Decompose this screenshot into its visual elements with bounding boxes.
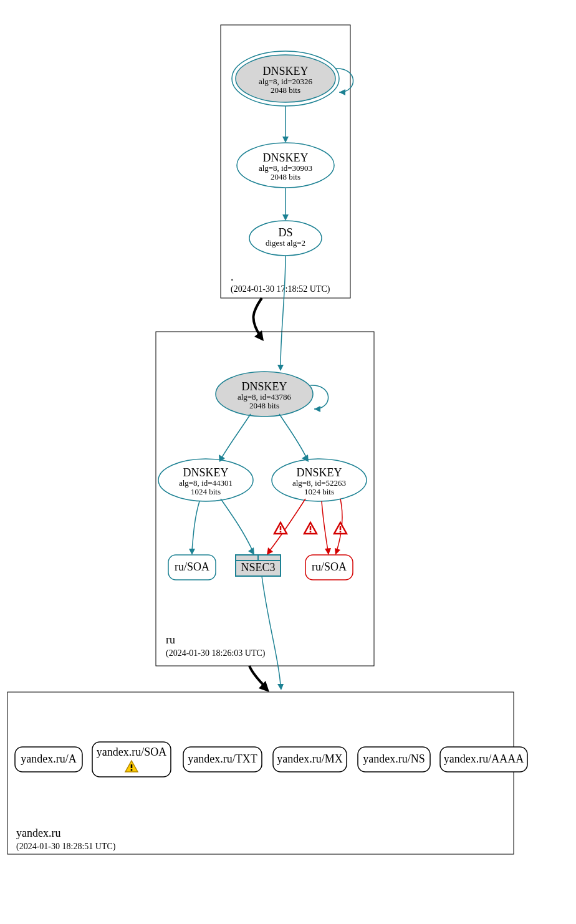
svg-text:2048 bits: 2048 bits — [271, 85, 300, 95]
edge-ru-ksk-self — [310, 385, 329, 409]
node-yandex-txt: yandex.ru/TXT — [183, 747, 262, 772]
svg-text:NSEC3: NSEC3 — [241, 561, 275, 574]
svg-text:yandex.ru/A: yandex.ru/A — [21, 753, 76, 765]
edge-ds-ru-ksk — [281, 256, 286, 367]
node-ru-ksk: DNSKEY alg=8, id=43786 2048 bits — [216, 372, 313, 416]
zone-yandex — [7, 692, 514, 854]
node-root-ds: DS digest alg=2 — [249, 221, 322, 256]
svg-marker-18 — [282, 214, 289, 221]
svg-marker-14 — [282, 137, 289, 143]
warning-icon — [274, 522, 287, 534]
svg-marker-19 — [277, 365, 284, 371]
svg-text:yandex.ru/NS: yandex.ru/NS — [363, 753, 425, 765]
edge-nsec3-yandex — [262, 576, 281, 686]
svg-marker-38 — [189, 549, 195, 555]
edge-zsk1-soa — [192, 501, 199, 551]
svg-text:1024 bits: 1024 bits — [191, 487, 221, 496]
zone-ru-ts: (2024-01-30 18:26:03 UTC) — [166, 648, 266, 658]
zone-yandex-ts: (2024-01-30 18:28:51 UTC) — [16, 842, 116, 852]
svg-text:DNSKEY: DNSKEY — [183, 466, 228, 479]
node-yandex-soa: yandex.ru/SOA — [92, 742, 171, 777]
svg-text:DNSKEY: DNSKEY — [296, 466, 342, 479]
edge-zsk2-soa-bad1 — [322, 501, 328, 551]
edge-root-to-ru-zone — [253, 298, 262, 337]
svg-text:DNSKEY: DNSKEY — [241, 380, 287, 393]
node-yandex-ns: yandex.ru/NS — [358, 747, 430, 772]
node-ru-soa-bad: ru/SOA — [305, 555, 353, 580]
node-yandex-a: yandex.ru/A — [15, 747, 82, 772]
node-root-zsk: DNSKEY alg=8, id=30903 2048 bits — [237, 143, 334, 188]
edge-zsk2-nsec3 — [269, 499, 305, 551]
svg-marker-44 — [267, 547, 273, 555]
zone-ru-label: ru — [166, 633, 175, 646]
svg-text:DS: DS — [278, 226, 292, 239]
warning-icon — [304, 522, 317, 534]
svg-text:yandex.ru/AAAA: yandex.ru/AAAA — [444, 753, 524, 765]
svg-marker-47 — [325, 548, 331, 555]
svg-text:ru/SOA: ru/SOA — [312, 561, 347, 573]
svg-marker-48 — [335, 548, 340, 555]
svg-text:2048 bits: 2048 bits — [249, 401, 279, 410]
node-ru-soa-ok: ru/SOA — [168, 555, 216, 580]
svg-text:yandex.ru/SOA: yandex.ru/SOA — [97, 746, 166, 758]
node-yandex-mx: yandex.ru/MX — [273, 747, 347, 772]
svg-text:yandex.ru/MX: yandex.ru/MX — [277, 753, 342, 765]
edge-zsk1-nsec3 — [221, 499, 252, 551]
svg-marker-49 — [277, 684, 284, 690]
node-yandex-aaaa: yandex.ru/AAAA — [440, 747, 527, 772]
svg-text:DNSKEY: DNSKEY — [262, 152, 308, 164]
svg-text:yandex.ru/TXT: yandex.ru/TXT — [188, 753, 257, 765]
svg-text:alg=8, id=44301: alg=8, id=44301 — [179, 478, 233, 488]
zone-root-ts: (2024-01-30 17:18:52 UTC) — [231, 284, 330, 294]
svg-text:1024 bits: 1024 bits — [304, 487, 334, 496]
zone-yandex-label: yandex.ru — [16, 827, 60, 839]
edge-ru-ksk-zsk1 — [221, 414, 251, 458]
svg-text:alg=8, id=20326: alg=8, id=20326 — [259, 77, 313, 86]
svg-text:alg=8, id=30903: alg=8, id=30903 — [259, 163, 312, 173]
svg-text:DNSKEY: DNSKEY — [262, 65, 308, 77]
warning-icon — [334, 522, 347, 534]
node-nsec3: NSEC3 — [236, 555, 281, 576]
edge-ru-ksk-zsk2 — [279, 414, 307, 458]
node-root-ksk: DNSKEY alg=8, id=20326 2048 bits — [232, 51, 339, 106]
svg-text:alg=8, id=43786: alg=8, id=43786 — [238, 392, 292, 402]
node-ru-zsk2: DNSKEY alg=8, id=52263 1024 bits — [272, 459, 367, 501]
node-ru-zsk1: DNSKEY alg=8, id=44301 1024 bits — [158, 459, 253, 501]
svg-text:ru/SOA: ru/SOA — [175, 561, 209, 573]
zone-root-label: . — [231, 271, 234, 283]
svg-text:digest alg=2: digest alg=2 — [266, 238, 305, 248]
svg-text:alg=8, id=52263: alg=8, id=52263 — [292, 478, 346, 488]
svg-marker-25 — [314, 406, 320, 412]
svg-marker-9 — [339, 89, 345, 95]
svg-text:2048 bits: 2048 bits — [271, 172, 300, 181]
